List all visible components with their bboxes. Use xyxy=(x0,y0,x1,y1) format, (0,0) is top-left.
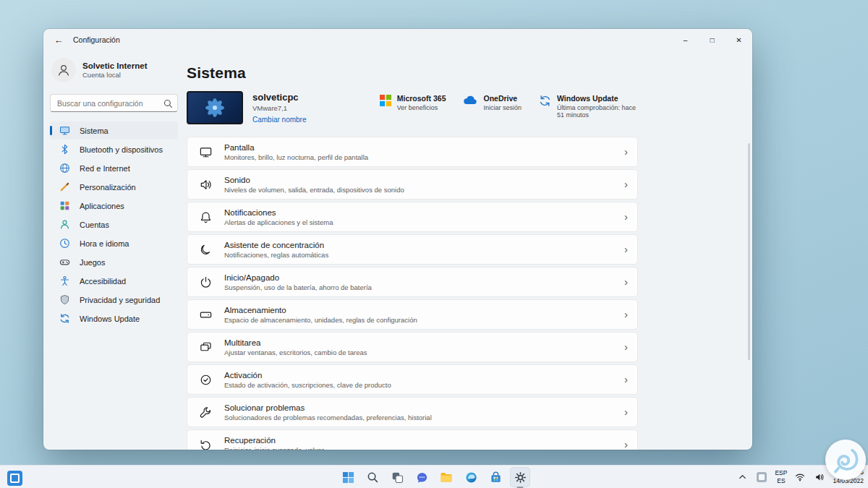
status-text: Última comprobación: hace 51 minutos xyxy=(557,104,638,119)
sidebar-item-label: Red e Internet xyxy=(80,164,130,173)
store-icon[interactable] xyxy=(485,467,506,487)
accessibility-icon xyxy=(59,275,70,286)
minimize-button[interactable]: – xyxy=(672,29,699,51)
chevron-right-icon: › xyxy=(624,276,628,288)
row-subtitle: Notificaciones, reglas automáticas xyxy=(224,251,613,259)
settings-row-notificaciones[interactable]: Notificaciones Alertas de aplicaciones y… xyxy=(187,202,638,232)
sidebar-item-cuentas[interactable]: Cuentas xyxy=(50,215,178,234)
row-subtitle: Monitores, brillo, luz nocturna, perfil … xyxy=(224,153,613,161)
tray-app-icon[interactable] xyxy=(755,471,768,484)
settings-row-pantalla[interactable]: Pantalla Monitores, brillo, luz nocturna… xyxy=(187,137,638,167)
windows-bloom-wallpaper xyxy=(188,93,242,123)
microsoft-365-icon xyxy=(380,94,391,106)
row-title: Inicio/Apagado xyxy=(224,273,613,282)
language-line2: ES xyxy=(775,477,787,485)
row-subtitle: Ajustar ventanas, escritorios, cambio de… xyxy=(224,348,613,356)
status-link[interactable]: Ver beneficios xyxy=(397,104,446,111)
settings-row-almacenamiento[interactable]: Almacenamiento Espacio de almacenamiento… xyxy=(187,299,638,330)
sidebar-item-personalizacion[interactable]: Personalización xyxy=(50,178,178,196)
search-taskbar-icon[interactable] xyxy=(362,467,383,487)
row-subtitle: Alertas de aplicaciones y el sistema xyxy=(224,218,613,226)
status-link[interactable]: Iniciar sesión xyxy=(483,104,522,111)
settings-row-inicio-apagado[interactable]: Inicio/Apagado Suspensión, uso de la bat… xyxy=(187,267,638,297)
sidebar-item-aplicaciones[interactable]: Aplicaciones xyxy=(50,197,178,215)
onedrive-card[interactable]: OneDrive Iniciar sesión xyxy=(463,94,522,119)
status-cards: Microsoft 365 Ver beneficios OneDrive In… xyxy=(380,91,638,119)
rename-link[interactable]: Cambiar nombre xyxy=(252,116,306,124)
windows-update-card[interactable]: Windows Update Última comprobación: hace… xyxy=(539,94,638,119)
user-account[interactable]: Solvetic Internet Cuenta local xyxy=(50,55,178,85)
volume-icon[interactable] xyxy=(813,471,826,484)
close-button[interactable]: ✕ xyxy=(726,29,752,51)
desktop-pinned-icon[interactable] xyxy=(6,469,24,487)
sidebar-item-red-e-internet[interactable]: Red e Internet xyxy=(50,159,178,177)
display-icon xyxy=(198,145,213,159)
sidebar-item-label: Juegos xyxy=(80,258,105,267)
desktop: ← Configuración – □ ✕ Solvetic Internet … xyxy=(0,0,868,488)
search-input[interactable] xyxy=(50,94,178,112)
chevron-right-icon: › xyxy=(624,341,628,354)
sidebar-item-hora-e-idioma[interactable]: Hora e idioma xyxy=(50,234,178,252)
row-subtitle: Suspensión, uso de la batería, ahorro de… xyxy=(224,283,613,291)
file-explorer-icon[interactable] xyxy=(436,467,456,487)
network-wifi-icon[interactable] xyxy=(793,471,807,484)
search-box xyxy=(50,94,178,112)
sound-icon xyxy=(198,178,213,192)
sidebar-item-bluetooth-y-dispositivos[interactable]: Bluetooth y dispositivos xyxy=(50,140,178,158)
windows-logo-icon xyxy=(342,471,354,484)
swirl-logo-icon xyxy=(828,442,863,477)
sidebar-item-windows-update[interactable]: Windows Update xyxy=(50,309,178,328)
recovery-icon xyxy=(198,438,213,450)
settings-taskbar-icon[interactable] xyxy=(510,467,530,487)
sidebar-item-sistema[interactable]: Sistema xyxy=(50,121,178,140)
sidebar-item-privacidad-y-seguridad[interactable]: Privacidad y seguridad xyxy=(50,291,178,309)
start-button[interactable] xyxy=(338,467,358,487)
windows-update-icon xyxy=(59,313,70,324)
settings-rows: Pantalla Monitores, brillo, luz nocturna… xyxy=(187,137,638,450)
settings-row-sonido[interactable]: Sonido Niveles de volumen, salida, entra… xyxy=(187,169,638,200)
sidebar-item-label: Bluetooth y dispositivos xyxy=(80,145,163,154)
titlebar[interactable]: ← Configuración – □ ✕ xyxy=(43,29,752,51)
games-icon xyxy=(59,257,70,267)
settings-row-solucionar-problemas[interactable]: Solucionar problemas Solucionadores de p… xyxy=(187,397,638,427)
window-controls: – □ ✕ xyxy=(672,29,752,51)
sidebar-nav: Sistema Bluetooth y dispositivos Red e I… xyxy=(50,121,178,328)
power-icon xyxy=(198,275,213,289)
row-title: Pantalla xyxy=(224,143,613,152)
microsoft-365-card[interactable]: Microsoft 365 Ver beneficios xyxy=(380,94,446,119)
row-subtitle: Estado de activación, suscripciones, cla… xyxy=(224,381,613,389)
sidebar-item-accesibilidad[interactable]: Accesibilidad xyxy=(50,272,178,290)
row-title: Notificaciones xyxy=(224,208,613,217)
row-title: Recuperación xyxy=(224,436,613,445)
troubleshoot-wrench-icon xyxy=(198,406,213,419)
edge-icon[interactable] xyxy=(461,467,481,487)
chat-icon[interactable] xyxy=(412,467,432,487)
chevron-right-icon: › xyxy=(624,211,628,223)
sidebar: Solvetic Internet Cuenta local Sistema xyxy=(43,51,187,450)
taskbar: ESP ES 12:5 14/03/2022 xyxy=(0,465,868,488)
sidebar-item-juegos[interactable]: Juegos xyxy=(50,253,178,271)
sidebar-item-label: Sistema xyxy=(80,127,109,135)
maximize-button[interactable]: □ xyxy=(699,29,726,51)
scrollbar[interactable] xyxy=(748,143,750,360)
settings-row-multitarea[interactable]: Multitarea Ajustar ventanas, escritorios… xyxy=(187,332,638,362)
language-indicator[interactable]: ESP ES xyxy=(775,469,787,484)
row-subtitle: Espacio de almacenamiento, unidades, reg… xyxy=(224,316,613,324)
sidebar-item-label: Aplicaciones xyxy=(80,202,124,210)
bluetooth-icon xyxy=(59,144,70,155)
taskbar-center xyxy=(338,467,530,487)
settings-row-asistente-de-concentracion[interactable]: Asistente de concentración Notificacione… xyxy=(187,234,638,265)
settings-row-recuperacion[interactable]: Recuperación Reiniciar, inicio avanzado,… xyxy=(187,429,638,450)
chevron-right-icon: › xyxy=(624,439,628,450)
sidebar-item-label: Hora e idioma xyxy=(80,239,129,248)
task-view-icon[interactable] xyxy=(387,467,407,487)
sidebar-item-label: Windows Update xyxy=(80,314,140,323)
tray-chevron-up-icon[interactable] xyxy=(736,471,749,483)
settings-row-activacion[interactable]: Activación Estado de activación, suscrip… xyxy=(187,364,638,395)
chevron-right-icon: › xyxy=(624,146,628,158)
chevron-right-icon: › xyxy=(624,309,628,321)
back-button[interactable]: ← xyxy=(49,32,68,48)
accounts-icon xyxy=(59,219,70,230)
row-title: Activación xyxy=(224,371,613,380)
status-title: Microsoft 365 xyxy=(397,94,446,103)
